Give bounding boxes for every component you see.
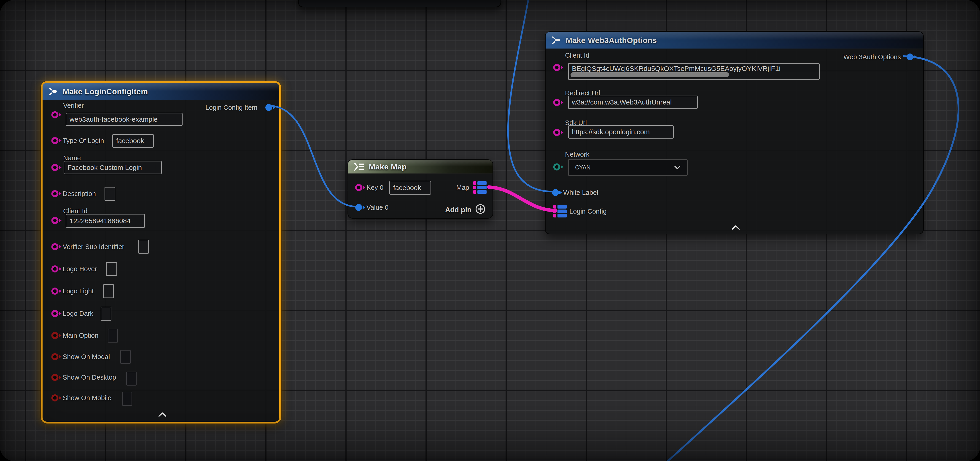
pin-label-type-of-login: Type Of Login <box>63 137 104 144</box>
make-struct-icon <box>48 87 59 95</box>
checkbox-show-on-modal[interactable] <box>120 350 130 364</box>
chevron-up-icon <box>731 227 740 231</box>
pin-label-map: Map <box>457 184 469 191</box>
input-pin-login-config[interactable] <box>554 205 566 218</box>
textbox-client-id[interactable]: 1222658941886084 <box>66 214 145 228</box>
pin-label-show-on-desktop: Show On Desktop <box>63 374 116 381</box>
blueprint-graph-canvas[interactable]: Make LoginConfigItemVerifierweb3auth-fac… <box>0 0 980 461</box>
pin-label-logo-hover: Logo Hover <box>63 266 97 272</box>
node-make-loginconfigitem: Make LoginConfigItemVerifierweb3auth-fac… <box>41 81 281 423</box>
node-make-web3authoptions: Make Web3AuthOptionsClient IdBEglQSgt4cU… <box>545 31 924 234</box>
textbox-verifier[interactable]: web3auth-facebook-example <box>66 113 183 126</box>
textbox-value: w3a://com.w3a.Web3AuthUnreal <box>572 99 671 106</box>
input-pin-network[interactable] <box>553 163 564 172</box>
pin-label-name: Name <box>63 155 81 161</box>
textbox-description[interactable] <box>105 187 115 201</box>
input-pin-logo-dark[interactable] <box>51 309 62 318</box>
node-title: Make LoginConfigItem <box>63 87 148 96</box>
pin-label-logo-dark: Logo Dark <box>63 310 93 317</box>
output-pin-map[interactable] <box>473 181 487 195</box>
output-pin-login-config-item[interactable] <box>265 103 276 113</box>
textbox-value: 1222658941886084 <box>70 217 130 225</box>
chevron-down-icon <box>674 164 681 171</box>
textbox-type-of-login[interactable]: facebook <box>112 134 154 148</box>
input-pin-show-on-mobile[interactable] <box>51 394 62 403</box>
input-pin-name[interactable] <box>51 163 62 172</box>
textbox-client-id[interactable]: BEglQSgt4cUWcj6SKRdu5QkOXTsePmMcusG5EAoy… <box>568 63 819 80</box>
output-pin-web-3auth-options[interactable] <box>906 53 917 62</box>
textbox-redirect-url[interactable]: w3a://com.w3a.Web3AuthUnreal <box>568 95 698 109</box>
pin-label-key-0: Key 0 <box>366 184 383 191</box>
textbox-verifier-sub-identifier[interactable] <box>138 240 149 254</box>
pin-label-value-0: Value 0 <box>366 204 388 211</box>
node-make-map: Make MapKey 0facebookMapValue 0Add pin <box>347 159 493 219</box>
input-pin-redirect-url[interactable] <box>553 99 564 108</box>
textbox-name[interactable]: Facebook Custom Login <box>64 161 162 174</box>
add-pin-button[interactable]: Add pin <box>445 204 486 216</box>
textbox-value: Facebook Custom Login <box>67 164 142 172</box>
make-map-icon <box>354 162 364 171</box>
input-pin-key-0[interactable] <box>355 183 366 192</box>
checkbox-main-option[interactable] <box>108 329 118 343</box>
checkbox-show-on-desktop[interactable] <box>126 372 137 386</box>
textbox-logo-hover[interactable] <box>106 262 117 276</box>
node-title: Make Map <box>369 162 407 171</box>
pin-label-verifier-sub-identifier: Verifier Sub Identifier <box>63 243 124 250</box>
make-struct-icon <box>551 36 562 45</box>
textbox-logo-light[interactable] <box>103 284 114 298</box>
node-header-make-map[interactable]: Make Map <box>348 160 493 174</box>
pin-label-verifier: Verifier <box>63 102 84 109</box>
input-pin-client-id[interactable] <box>51 216 62 226</box>
dropdown-value: CYAN <box>575 164 591 171</box>
chevron-up-icon <box>158 414 167 418</box>
checkbox-show-on-mobile[interactable] <box>122 392 132 406</box>
input-pin-logo-light[interactable] <box>51 287 62 296</box>
pin-label-login-config: Login Config <box>570 208 607 215</box>
horizontal-scrollbar[interactable] <box>571 72 729 77</box>
pin-label-login-config-item: Login Config Item <box>205 104 257 111</box>
pin-label-client-id: Client Id <box>63 208 88 215</box>
input-pin-verifier[interactable] <box>51 111 62 120</box>
input-pin-sdk-url[interactable] <box>553 128 564 137</box>
pin-label-logo-light: Logo Light <box>63 288 94 294</box>
pin-label-web-3auth-options: Web 3Auth Options <box>843 54 901 60</box>
input-pin-description[interactable] <box>51 189 62 199</box>
textbox-sdk-url[interactable]: https://sdk.openlogin.com <box>568 125 674 138</box>
pin-label-network: Network <box>565 151 589 158</box>
input-pin-show-on-desktop[interactable] <box>51 373 62 382</box>
collapse-node-button[interactable] <box>158 412 167 418</box>
node-header-make-loginconfigitem[interactable]: Make LoginConfigItem <box>43 83 279 100</box>
input-pin-type-of-login[interactable] <box>51 137 62 146</box>
input-pin-logo-hover[interactable] <box>51 265 62 274</box>
dropdown-network[interactable]: CYAN <box>568 159 688 176</box>
pin-label-description: Description <box>63 191 96 197</box>
pin-label-show-on-modal: Show On Modal <box>63 353 110 360</box>
textbox-value: BEglQSgt4cUWcj6SKRdu5QkOXTsePmMcusG5EAoy… <box>572 65 781 73</box>
textbox-value: https://sdk.openlogin.com <box>572 128 650 136</box>
node-title: Make Web3AuthOptions <box>566 36 657 45</box>
textbox-key-0[interactable]: facebook <box>389 181 431 195</box>
wire-loginconfigitem-to-value0[interactable] <box>269 106 356 207</box>
input-pin-main-option[interactable] <box>51 331 62 340</box>
input-pin-client-id[interactable] <box>553 64 564 73</box>
offscreen-node-partial[interactable] <box>298 0 501 7</box>
add-pin-label: Add pin <box>445 206 471 214</box>
pin-label-show-on-mobile: Show On Mobile <box>63 395 111 401</box>
pin-label-white-label: White Label <box>563 189 598 196</box>
input-pin-white-label[interactable] <box>552 188 563 197</box>
textbox-logo-dark[interactable] <box>101 307 111 321</box>
collapse-node-button[interactable] <box>731 225 740 231</box>
pin-label-client-id: Client Id <box>565 52 589 59</box>
input-pin-value-0[interactable] <box>355 203 366 213</box>
input-pin-verifier-sub-identifier[interactable] <box>51 243 62 252</box>
textbox-value: facebook <box>116 137 144 145</box>
pin-label-main-option: Main Option <box>63 332 99 339</box>
textbox-value: web3auth-facebook-example <box>70 116 158 123</box>
textbox-value: facebook <box>393 184 421 192</box>
input-pin-show-on-modal[interactable] <box>51 353 62 362</box>
node-header-make-web3authoptions[interactable]: Make Web3AuthOptions <box>546 32 923 49</box>
add-pin-icon <box>475 204 486 216</box>
